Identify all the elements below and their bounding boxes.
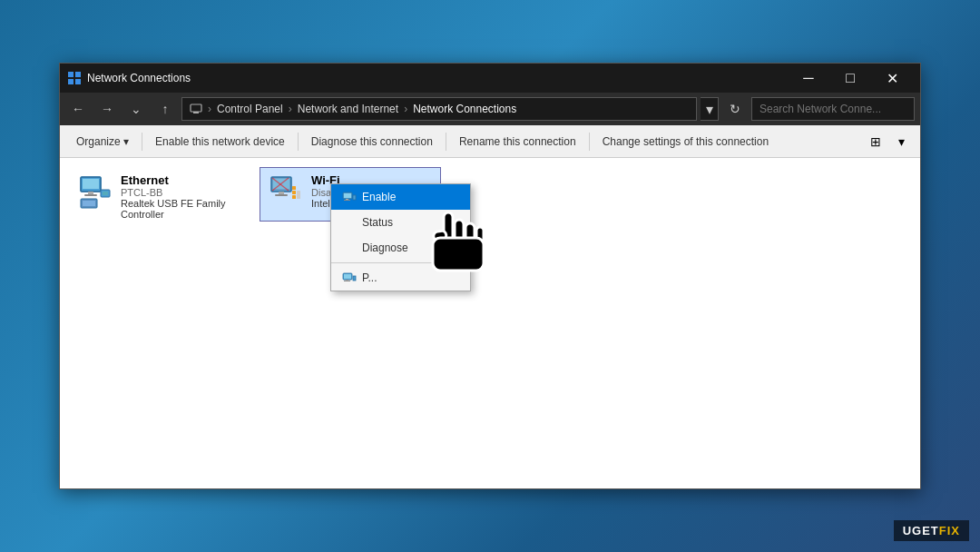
context-enable-label: Enable	[362, 191, 396, 203]
refresh-button[interactable]: ↻	[722, 97, 748, 121]
svg-rect-14	[83, 201, 95, 206]
path-network-internet[interactable]: Network and Internet	[298, 103, 398, 115]
properties-icon	[342, 271, 357, 285]
svg-rect-4	[191, 104, 201, 112]
context-separator	[331, 262, 470, 263]
svg-rect-20	[292, 191, 296, 194]
svg-rect-18	[275, 194, 288, 196]
enable-network-device-button[interactable]: Enable this network device	[146, 129, 294, 154]
ethernet-adapter: Realtek USB FE Family Controller	[121, 198, 242, 220]
ugetfix-highlight: FIX	[939, 524, 960, 537]
context-menu: Enable Status Diagnose	[330, 183, 471, 291]
ethernet-info: Ethernet PTCL-BB Realtek USB FE Family C…	[121, 173, 242, 220]
svg-rect-5	[193, 112, 199, 113]
svg-rect-8	[83, 179, 99, 189]
search-input[interactable]	[751, 97, 915, 121]
minimize-button[interactable]: ─	[788, 64, 829, 93]
svg-rect-34	[353, 276, 356, 281]
context-menu-diagnose[interactable]: Diagnose	[331, 235, 470, 261]
view-dropdown-button[interactable]: ▾	[889, 130, 913, 153]
svg-rect-1	[75, 72, 81, 77]
back-button[interactable]: ←	[65, 96, 91, 122]
window-icon	[67, 71, 82, 85]
context-diagnose-label: Diagnose	[362, 242, 408, 254]
toolbar-right: ⊞ ▾	[864, 130, 913, 153]
svg-rect-33	[344, 281, 350, 281]
svg-rect-38	[476, 227, 484, 247]
window-title: Network Connections	[87, 72, 191, 84]
view-toggle-button[interactable]: ⊞	[864, 130, 887, 153]
toolbar-separator-3	[446, 133, 446, 151]
organize-button[interactable]: Organize ▾	[67, 129, 138, 154]
content-area: Ethernet PTCL-BB Realtek USB FE Family C…	[60, 158, 920, 488]
svg-rect-19	[292, 195, 296, 199]
context-properties-label: P...	[362, 271, 377, 284]
path-sep-3: ›	[404, 103, 407, 115]
path-computer-icon	[190, 103, 202, 115]
svg-rect-12	[103, 192, 108, 195]
toolbar: Organize ▾ Enable this network device Di…	[60, 125, 920, 158]
title-bar-controls: ─ □ ✕	[788, 64, 913, 93]
path-sep-1: ›	[208, 103, 211, 115]
svg-rect-10	[84, 194, 97, 196]
ethernet-status: PTCL-BB	[121, 187, 242, 198]
context-status-label: Status	[362, 216, 393, 229]
svg-rect-21	[292, 186, 296, 190]
title-bar: Network Connections ─ □ ✕	[60, 64, 920, 93]
svg-rect-31	[344, 274, 351, 279]
diagnose-connection-button[interactable]: Diagnose this connection	[302, 129, 442, 154]
address-bar: ← → ⌄ ↑ › Control Panel › Network and In…	[60, 93, 920, 125]
diagnose-icon	[342, 241, 357, 255]
dropdown-recent-button[interactable]: ⌄	[123, 96, 149, 122]
close-button[interactable]: ✕	[871, 64, 913, 93]
svg-rect-0	[68, 72, 74, 77]
ethernet-network-item[interactable]: Ethernet PTCL-BB Realtek USB FE Family C…	[69, 167, 250, 222]
svg-rect-3	[75, 79, 81, 84]
address-path[interactable]: › Control Panel › Network and Internet ›…	[181, 97, 697, 121]
path-sep-2: ›	[289, 103, 292, 115]
ugetfix-badge: UGETFIX	[894, 520, 969, 541]
toolbar-separator-2	[298, 133, 299, 151]
svg-rect-26	[344, 193, 351, 198]
wifi-icon	[268, 173, 304, 210]
context-menu-status[interactable]: Status	[331, 210, 470, 235]
context-menu-enable[interactable]: Enable	[331, 184, 470, 210]
ethernet-name: Ethernet	[121, 173, 242, 187]
toolbar-separator-1	[142, 133, 142, 151]
path-control-panel[interactable]: Control Panel	[217, 103, 283, 115]
svg-rect-2	[68, 79, 74, 84]
context-menu-properties[interactable]: P...	[331, 265, 470, 291]
change-settings-button[interactable]: Change settings of this connection	[593, 129, 778, 154]
address-dropdown-button[interactable]: ▾	[701, 97, 719, 121]
maximize-button[interactable]: □	[829, 64, 871, 93]
up-button[interactable]: ↑	[152, 96, 178, 122]
title-bar-left: Network Connections	[67, 71, 191, 85]
status-icon	[342, 215, 357, 230]
rename-connection-button[interactable]: Rename this connection	[450, 129, 585, 154]
network-connections-window: Network Connections ─ □ ✕ ← → ⌄ ↑ › Cont…	[59, 63, 921, 489]
path-network-connections[interactable]: Network Connections	[413, 103, 516, 115]
toolbar-separator-4	[589, 133, 590, 151]
enable-icon	[342, 190, 357, 204]
svg-rect-28	[344, 200, 350, 201]
svg-rect-22	[297, 191, 300, 199]
svg-rect-29	[353, 195, 356, 200]
forward-button[interactable]: →	[94, 96, 120, 122]
ethernet-icon	[77, 173, 113, 210]
